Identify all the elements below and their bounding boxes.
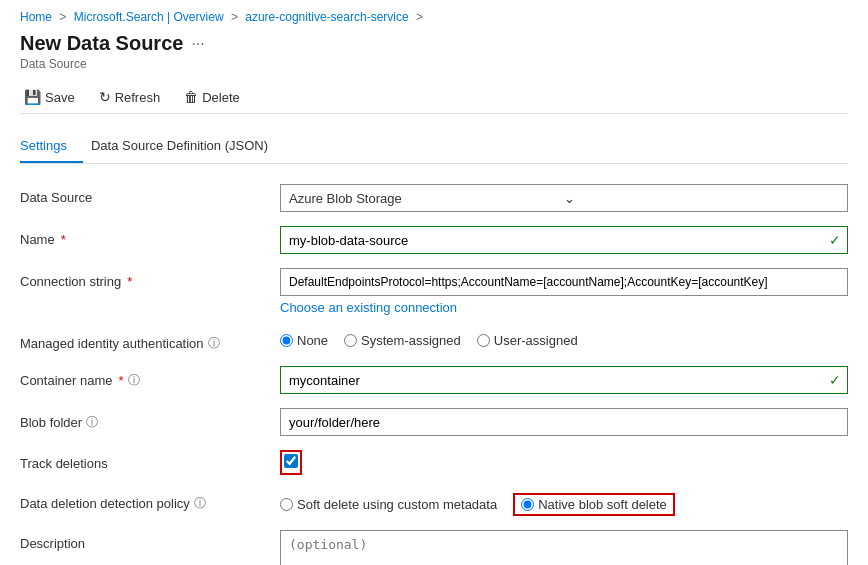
track-deletions-highlight-box: [280, 450, 302, 475]
name-row: Name * ✓: [20, 226, 848, 254]
name-input-wrapper: ✓: [280, 226, 848, 254]
data-deletion-policy-row: Data deletion detection policy ⓘ Soft de…: [20, 489, 848, 516]
radio-native-blob-soft-delete-input[interactable]: [521, 498, 534, 511]
data-deletion-policy-label: Data deletion detection policy ⓘ: [20, 489, 280, 512]
page-subtitle: Data Source: [20, 57, 848, 71]
breadcrumb-search[interactable]: Microsoft.Search | Overview: [74, 10, 224, 24]
breadcrumb-service[interactable]: azure-cognitive-search-service: [245, 10, 408, 24]
radio-native-blob-soft-delete[interactable]: Native blob soft delete: [521, 497, 667, 512]
page-title: New Data Source: [20, 32, 183, 55]
description-textarea[interactable]: [280, 530, 848, 565]
container-name-input[interactable]: [281, 367, 823, 393]
track-deletions-row: Track deletions: [20, 450, 848, 475]
breadcrumb-home[interactable]: Home: [20, 10, 52, 24]
radio-user-assigned-input[interactable]: [477, 334, 490, 347]
toolbar: 💾 Save ↻ Refresh 🗑 Delete: [20, 81, 848, 114]
required-indicator: *: [61, 232, 66, 247]
delete-icon: 🗑: [184, 89, 198, 105]
refresh-icon: ↻: [99, 89, 111, 105]
data-source-dropdown[interactable]: Azure Blob Storage ⌄: [280, 184, 848, 212]
description-label: Description: [20, 530, 280, 551]
description-row: Description: [20, 530, 848, 565]
data-source-label: Data Source: [20, 184, 280, 205]
data-deletion-info-icon[interactable]: ⓘ: [194, 495, 206, 512]
radio-none-input[interactable]: [280, 334, 293, 347]
container-name-row: Container name * ⓘ ✓: [20, 366, 848, 394]
managed-identity-info-icon[interactable]: ⓘ: [208, 335, 220, 352]
form-section: Data Source Azure Blob Storage ⌄ Name * …: [20, 184, 848, 565]
managed-identity-control: None System-assigned User-assigned: [280, 329, 848, 348]
more-options-icon[interactable]: ···: [191, 35, 204, 53]
radio-soft-delete-custom[interactable]: Soft delete using custom metadata: [280, 497, 497, 512]
container-name-info-icon[interactable]: ⓘ: [128, 372, 140, 389]
blob-folder-control: [280, 408, 848, 436]
track-deletions-control: [280, 450, 848, 475]
track-deletions-checkbox[interactable]: [284, 454, 298, 468]
container-name-control: ✓: [280, 366, 848, 394]
data-deletion-policy-control: Soft delete using custom metadata Native…: [280, 489, 848, 516]
choose-connection-link[interactable]: Choose an existing connection: [280, 300, 457, 315]
name-input[interactable]: [281, 227, 823, 253]
radio-system-assigned[interactable]: System-assigned: [344, 333, 461, 348]
blob-folder-label: Blob folder ⓘ: [20, 408, 280, 431]
required-indicator: *: [127, 274, 132, 289]
connection-string-row: Connection string * Choose an existing c…: [20, 268, 848, 315]
page-header: New Data Source ···: [20, 32, 848, 55]
radio-user-assigned[interactable]: User-assigned: [477, 333, 578, 348]
data-deletion-radio-group: Soft delete using custom metadata Native…: [280, 489, 848, 516]
managed-identity-radio-group: None System-assigned User-assigned: [280, 329, 848, 348]
radio-none[interactable]: None: [280, 333, 328, 348]
data-source-control: Azure Blob Storage ⌄: [280, 184, 848, 212]
name-control: ✓: [280, 226, 848, 254]
blob-folder-row: Blob folder ⓘ: [20, 408, 848, 436]
container-name-input-wrapper: ✓: [280, 366, 848, 394]
chevron-down-icon: ⌄: [564, 191, 839, 206]
connection-string-input[interactable]: [280, 268, 848, 296]
track-deletions-label: Track deletions: [20, 450, 280, 471]
blob-folder-info-icon[interactable]: ⓘ: [86, 414, 98, 431]
tab-bar: Settings Data Source Definition (JSON): [20, 130, 848, 164]
managed-identity-label: Managed identity authentication ⓘ: [20, 329, 280, 352]
container-valid-check-icon: ✓: [823, 372, 847, 388]
save-button[interactable]: 💾 Save: [20, 87, 79, 107]
radio-soft-delete-custom-input[interactable]: [280, 498, 293, 511]
data-source-row: Data Source Azure Blob Storage ⌄: [20, 184, 848, 212]
name-label: Name *: [20, 226, 280, 247]
refresh-button[interactable]: ↻ Refresh: [95, 87, 165, 107]
connection-string-control: Choose an existing connection: [280, 268, 848, 315]
native-blob-highlight-box: Native blob soft delete: [513, 493, 675, 516]
valid-check-icon: ✓: [823, 232, 847, 248]
save-icon: 💾: [24, 89, 41, 105]
breadcrumb: Home > Microsoft.Search | Overview > azu…: [20, 10, 848, 24]
radio-system-assigned-input[interactable]: [344, 334, 357, 347]
managed-identity-row: Managed identity authentication ⓘ None S…: [20, 329, 848, 352]
description-control: [280, 530, 848, 565]
required-indicator: *: [119, 373, 124, 388]
tab-json-definition[interactable]: Data Source Definition (JSON): [91, 130, 284, 163]
tab-settings[interactable]: Settings: [20, 130, 83, 163]
container-name-label: Container name * ⓘ: [20, 366, 280, 389]
delete-button[interactable]: 🗑 Delete: [180, 87, 244, 107]
connection-string-label: Connection string *: [20, 268, 280, 289]
blob-folder-input[interactable]: [280, 408, 848, 436]
